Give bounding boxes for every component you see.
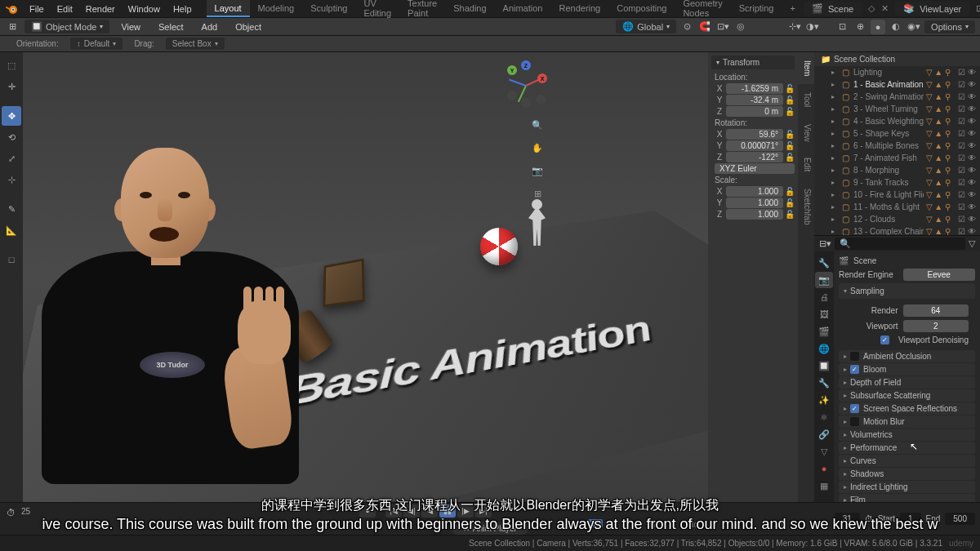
display-mode-icon[interactable]: ⊟▾ — [819, 238, 831, 249]
pivot-icon[interactable]: ⊙ — [679, 20, 694, 34]
play-reverse-icon[interactable]: ◀ — [421, 504, 438, 518]
prop-section[interactable]: Indirect Lighting — [839, 481, 975, 493]
keyframe-next-icon[interactable]: |▶ — [457, 504, 474, 518]
tab-modeling[interactable]: Modeling — [250, 0, 303, 17]
clock-icon[interactable]: ⏱ — [865, 514, 873, 523]
rotation-mode[interactable]: XYZ Euler — [715, 163, 795, 174]
close-layer-icon[interactable]: ⊡ — [976, 3, 980, 14]
add-menu[interactable]: Add — [195, 18, 225, 35]
shading-wireframe-icon[interactable]: ⊕ — [853, 20, 867, 34]
menu-render[interactable]: Render — [79, 0, 122, 17]
sampling-header[interactable]: Sampling — [839, 283, 975, 299]
outliner-item[interactable]: ▸▢3 - Wheel Turning▽ ▲ ⚲☑👁 — [814, 103, 980, 115]
tab-rendering[interactable]: Rendering — [550, 0, 608, 17]
timeline-ruler[interactable]: 05101520253035404550 — [351, 521, 817, 532]
lock-icon[interactable]: 🔓 — [785, 130, 795, 139]
outliner-item[interactable]: ▸▢8 - Morphing▽ ▲ ⚲☑👁 — [814, 164, 980, 176]
prop-section[interactable]: Film — [839, 494, 975, 502]
rotation-x[interactable]: 59.6° — [726, 129, 783, 140]
npanel-tab-item[interactable]: Item — [798, 52, 814, 84]
prop-tab-particle[interactable]: ✨ — [815, 392, 833, 408]
tab-compositing[interactable]: Compositing — [608, 0, 675, 17]
overlay-icon[interactable]: ◑▾ — [805, 20, 820, 34]
perspective-icon[interactable]: ⊞ — [528, 184, 546, 202]
mode-selector[interactable]: 🔲 Object Mode ▾ — [24, 20, 109, 33]
viewport-samples[interactable]: 2 — [903, 320, 969, 332]
prop-tab-world[interactable]: 🌐 — [815, 340, 833, 357]
prop-tab-data[interactable]: ▽ — [815, 443, 833, 460]
prop-tab-output[interactable]: 🖨 — [815, 289, 833, 305]
view-menu[interactable]: View — [114, 18, 147, 35]
prop-section[interactable]: ✓Screen Space Reflections — [839, 402, 975, 415]
close-scene-icon[interactable]: ✕ — [881, 3, 889, 14]
filter-icon[interactable]: ▽ — [969, 238, 975, 249]
lock-icon[interactable]: 🔓 — [785, 96, 795, 104]
prop-section[interactable]: Shadows — [839, 468, 975, 480]
tab-shading[interactable]: Shading — [445, 0, 494, 17]
viewport-3d[interactable]: Basic Animation 3D Tudor X Y Z 🔍 — [23, 52, 708, 502]
outliner-item[interactable]: ▸▢10 - Fire & Light Flicker▽ ▲ ⚲☑👁 — [814, 189, 980, 201]
lock-icon[interactable]: 🔓 — [785, 84, 795, 93]
prop-tab-physics[interactable]: ⚛ — [815, 409, 833, 425]
outliner-item[interactable]: ▸▢11 - Moths & Light▽ ▲ ⚲☑👁 — [814, 201, 980, 213]
menu-help[interactable]: Help — [167, 0, 198, 17]
editor-type-icon[interactable]: ⊞ — [5, 20, 20, 34]
npanel-tab-sketchfab[interactable]: Sketchfab — [798, 180, 814, 233]
npanel-tab-edit[interactable]: Edit — [798, 149, 814, 180]
tab-sculpting[interactable]: Sculpting — [302, 0, 355, 17]
outliner-item[interactable]: ▸▢9 - Tank Tracks▽ ▲ ⚲☑👁 — [814, 176, 980, 189]
prop-section[interactable]: Motion Blur — [839, 415, 975, 428]
tab-geometry-nodes[interactable]: Geometry Nodes — [675, 0, 730, 17]
shading-material-icon[interactable]: ◐ — [889, 20, 903, 34]
select-menu[interactable]: Select — [152, 18, 190, 35]
prop-tab-scene[interactable]: 🎬 — [815, 323, 833, 340]
outliner-item[interactable]: ▸▢5 - Shape Keys▽ ▲ ⚲☑👁 — [814, 127, 980, 140]
denoise-checkbox[interactable]: ✓ — [880, 335, 889, 344]
prop-section[interactable]: Subsurface Scattering — [839, 389, 975, 402]
prop-section[interactable]: Ambient Occlusion — [839, 350, 975, 362]
scale-y[interactable]: 1.000 — [726, 198, 783, 208]
prop-section[interactable]: Depth of Field — [839, 376, 975, 389]
tab-add[interactable]: + — [782, 0, 803, 17]
prop-section[interactable]: Volumetrics — [839, 429, 975, 441]
menu-window[interactable]: Window — [122, 0, 167, 17]
orientation-select[interactable]: ↕ Default ▾ — [70, 38, 123, 50]
outliner-item[interactable]: ▸▢6 - Multiple Bones▽ ▲ ⚲☑👁 — [814, 140, 980, 152]
prop-tab-material[interactable]: ● — [815, 460, 833, 477]
lock-icon[interactable]: 🔓 — [785, 210, 795, 219]
tab-uv-editing[interactable]: UV Editing — [355, 0, 399, 17]
prop-tab-tool[interactable]: 🔧 — [815, 255, 833, 271]
start-frame[interactable]: 1 — [900, 513, 921, 525]
location-y[interactable]: -32.4 m — [726, 95, 783, 105]
outliner-search[interactable]: 🔍 — [835, 238, 965, 250]
camera-view-icon[interactable]: 📷 — [528, 162, 546, 180]
outliner-item[interactable]: ▸▢Lighting▽ ▲ ⚲☑👁 — [814, 66, 980, 78]
navigation-gizmo[interactable]: X Y Z — [503, 62, 549, 108]
npanel-tab-tool[interactable]: Tool — [798, 84, 814, 115]
tab-layout[interactable]: Layout — [207, 0, 250, 17]
prop-tab-constraint[interactable]: 🔗 — [815, 426, 833, 442]
tool-transform[interactable]: ⊹ — [2, 170, 21, 189]
transform-panel-header[interactable]: Transform — [711, 56, 795, 69]
gizmo-visibility-icon[interactable]: ⊹▾ — [787, 20, 802, 34]
zoom-icon[interactable]: 🔍 — [528, 116, 546, 134]
orientation-global[interactable]: 🌐 Global ▾ — [616, 20, 676, 33]
tab-scripting[interactable]: Scripting — [731, 0, 782, 17]
scale-z[interactable]: 1.000 — [726, 209, 783, 220]
render-engine-select[interactable]: Eevee — [903, 269, 976, 281]
jump-start-icon[interactable]: |◀ — [385, 504, 402, 518]
shading-solid-icon[interactable]: ● — [871, 20, 885, 34]
snap-icon[interactable]: 🧲 — [697, 20, 712, 34]
tool-select-box[interactable]: ⬚ — [2, 56, 21, 75]
proportional-icon[interactable]: ◎ — [733, 20, 748, 34]
tool-annotate[interactable]: ✎ — [2, 199, 21, 219]
lock-icon[interactable]: 🔓 — [785, 187, 795, 196]
lock-icon[interactable]: 🔓 — [785, 153, 795, 162]
keyframe-prev-icon[interactable]: ◀| — [403, 504, 420, 518]
prop-tab-modifier[interactable]: 🔧 — [815, 375, 833, 391]
lock-icon[interactable]: 🔓 — [785, 198, 795, 207]
menu-edit[interactable]: Edit — [51, 0, 79, 17]
shading-rendered-icon[interactable]: ◉▾ — [906, 20, 921, 34]
outliner-item[interactable]: ▸▢2 - Swing Animation▽ ▲ ⚲☑👁 — [814, 91, 980, 103]
outliner-item[interactable]: ▸▢4 - Basic Weighting▽ ▲ ⚲☑👁 — [814, 115, 980, 127]
